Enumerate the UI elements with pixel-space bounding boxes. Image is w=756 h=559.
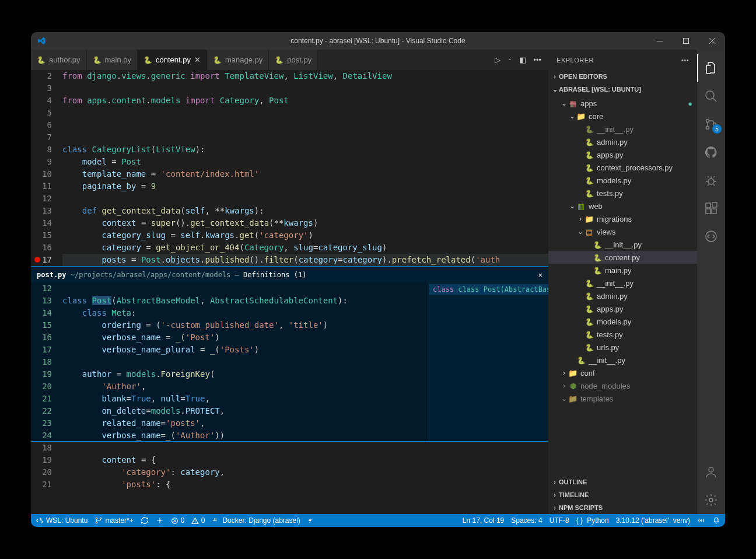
run-icon[interactable]: ▷ (495, 55, 501, 64)
tree-item[interactable]: 🐍context_processors.py (548, 161, 697, 174)
section-outline[interactable]: ›OUTLINE (548, 476, 697, 488)
activity-explorer-icon[interactable] (697, 54, 725, 82)
peek-close-icon[interactable]: ✕ (538, 271, 542, 279)
svg-rect-1 (683, 39, 688, 44)
svg-rect-9 (712, 209, 716, 214)
python-icon: 🐍 (37, 56, 46, 64)
titlebar: content.py - abrasel [WSL: Ubuntu] - Vis… (31, 32, 725, 50)
tree-item[interactable]: 🐍tests.py (548, 187, 697, 200)
tab-main-py[interactable]: 🐍main.py (87, 50, 138, 70)
status-live-icon[interactable] (307, 516, 313, 525)
status-encoding[interactable]: UTF-8 (550, 516, 569, 525)
tree-item[interactable]: ⌄▦apps● (548, 97, 697, 110)
peek-filename: post.py (37, 271, 66, 279)
status-branch[interactable]: master*+ (94, 516, 133, 525)
tree-item[interactable]: 🐍models.py (548, 174, 697, 187)
activity-debug-icon[interactable] (697, 166, 725, 194)
tab-content-py[interactable]: 🐍content.py✕ (138, 50, 207, 70)
status-lang[interactable]: { } Python (576, 516, 609, 525)
svg-point-15 (96, 522, 97, 523)
svg-rect-10 (712, 202, 717, 207)
activity-remote-icon[interactable] (697, 222, 725, 250)
svg-point-14 (96, 518, 97, 519)
peek-header: post.py ~/projects/abrasel/apps/content/… (31, 266, 548, 282)
svg-point-2 (706, 91, 714, 99)
activity-bar: 5 (697, 50, 725, 514)
tab-manage-py[interactable]: 🐍manage.py (207, 50, 269, 70)
tree-item[interactable]: ⌄▤views (548, 225, 697, 238)
peek-path: ~/projects/abrasel/apps/content/models (71, 271, 231, 279)
activity-extensions-icon[interactable] (697, 194, 725, 222)
vscode-logo-icon (37, 36, 46, 46)
peek-references[interactable]: class class Post(AbstractBaseM (429, 282, 548, 441)
activity-github-icon[interactable] (697, 138, 725, 166)
activity-settings-icon[interactable] (697, 486, 725, 514)
status-remote[interactable]: WSL: Ubuntu (36, 516, 88, 525)
tree-item[interactable]: ⌄▥web (548, 200, 697, 212)
tree-item[interactable]: 🐍apps.py (548, 302, 697, 315)
tab-author-py[interactable]: 🐍author.py (31, 50, 87, 70)
activity-search-icon[interactable] (697, 82, 725, 110)
split-editor-icon[interactable]: ◧ (519, 55, 526, 64)
maximize-button[interactable] (673, 32, 699, 50)
svg-rect-0 (657, 41, 663, 41)
close-button[interactable] (699, 32, 725, 50)
python-icon: 🐍 (144, 56, 152, 64)
section-open-editors[interactable]: ›OPEN EDITORS (548, 70, 697, 83)
tabs-bar: 🐍author.py🐍main.py🐍content.py✕🐍manage.py… (31, 50, 548, 70)
tree-item[interactable]: ⌄📁core (548, 110, 697, 123)
status-docker[interactable]: Docker: Django (abrasel) (212, 516, 300, 525)
tree-item[interactable]: 🐍admin.py (548, 289, 697, 302)
status-bell-icon[interactable] (712, 516, 720, 525)
tree-item[interactable]: 🐍main.py (548, 264, 697, 277)
close-icon[interactable]: ✕ (194, 55, 201, 64)
svg-rect-22 (215, 519, 216, 520)
svg-point-24 (701, 520, 702, 521)
status-ports-icon[interactable] (156, 516, 164, 525)
tree-item[interactable]: ⌄📁templates (548, 392, 697, 405)
tree-item[interactable]: 🐍__init__.py (548, 123, 697, 135)
section-npm[interactable]: ›NPM SCRIPTS (548, 501, 697, 514)
tree-item[interactable]: 🐍__init__.py (548, 238, 697, 251)
run-dropdown-icon[interactable]: ⌄ (508, 55, 512, 64)
svg-point-12 (709, 467, 713, 472)
status-cursor[interactable]: Ln 17, Col 19 (463, 516, 504, 525)
tree-item[interactable]: 🐍tests.py (548, 328, 697, 341)
tree-item[interactable]: ›⬢node_modules (548, 379, 697, 392)
status-sync-icon[interactable] (141, 516, 149, 525)
peek-defs-label: Definitions (1) (243, 271, 306, 279)
status-interpreter[interactable]: 3.10.12 ('abrasel': venv) (616, 516, 690, 525)
window: content.py - abrasel [WSL: Ubuntu] - Vis… (31, 32, 725, 527)
section-project[interactable]: ⌄ABRASEL [WSL: UBUNTU] (548, 83, 697, 96)
status-golive-icon[interactable] (697, 516, 705, 525)
tree-item[interactable]: 🐍models.py (548, 315, 697, 328)
status-problems[interactable]: 0 0 (171, 516, 205, 525)
tree-item[interactable]: 🐍__init__.py (548, 277, 697, 289)
file-tree[interactable]: ⌄▦apps●⌄📁core🐍__init__.py🐍admin.py🐍apps.… (548, 96, 697, 476)
svg-point-13 (709, 498, 713, 502)
minimize-button[interactable] (646, 32, 673, 50)
editor-body[interactable]: 234567891011121314151617from django.view… (31, 70, 548, 514)
svg-point-17 (159, 520, 160, 521)
activity-scm-icon[interactable]: 5 (697, 110, 725, 138)
sidebar-more-icon[interactable]: ••• (681, 57, 689, 64)
peek-ref-item[interactable]: class Post(AbstractBaseM (458, 285, 548, 294)
peek-body[interactable]: 1213141516171819202122232425 class Post(… (31, 282, 548, 442)
svg-rect-8 (706, 209, 710, 214)
svg-point-4 (706, 127, 709, 130)
section-timeline[interactable]: ›TIMELINE (548, 488, 697, 501)
more-actions-icon[interactable]: ••• (533, 55, 541, 64)
tab-post-py[interactable]: 🐍post.py (269, 50, 318, 70)
tree-item[interactable]: ›📁conf (548, 366, 697, 379)
tree-item[interactable]: 🐍content.py (548, 251, 697, 264)
activity-account-icon[interactable] (697, 458, 725, 486)
tree-item[interactable]: ›📁migrations (548, 212, 697, 225)
python-icon: 🐍 (275, 56, 284, 64)
tree-item[interactable]: 🐍urls.py (548, 341, 697, 354)
tree-item[interactable]: 🐍apps.py (548, 148, 697, 161)
svg-rect-21 (216, 520, 217, 521)
tree-item[interactable]: 🐍admin.py (548, 135, 697, 148)
svg-point-6 (708, 179, 714, 184)
tree-item[interactable]: 🐍__init__.py (548, 354, 697, 366)
status-spaces[interactable]: Spaces: 4 (511, 516, 542, 525)
